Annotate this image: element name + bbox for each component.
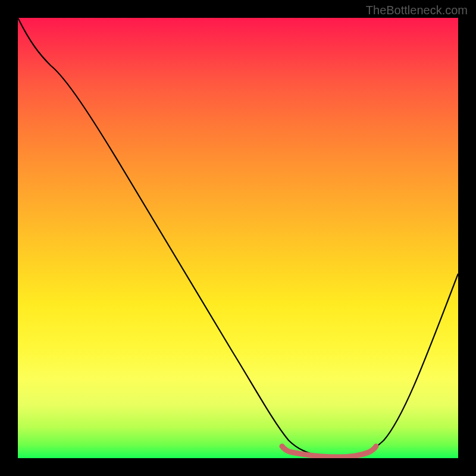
main-curve <box>18 18 458 457</box>
trough-marker <box>282 446 376 457</box>
chart-svg <box>18 18 458 458</box>
watermark-text: TheBottleneck.com <box>366 4 468 17</box>
plot-area <box>18 18 458 458</box>
